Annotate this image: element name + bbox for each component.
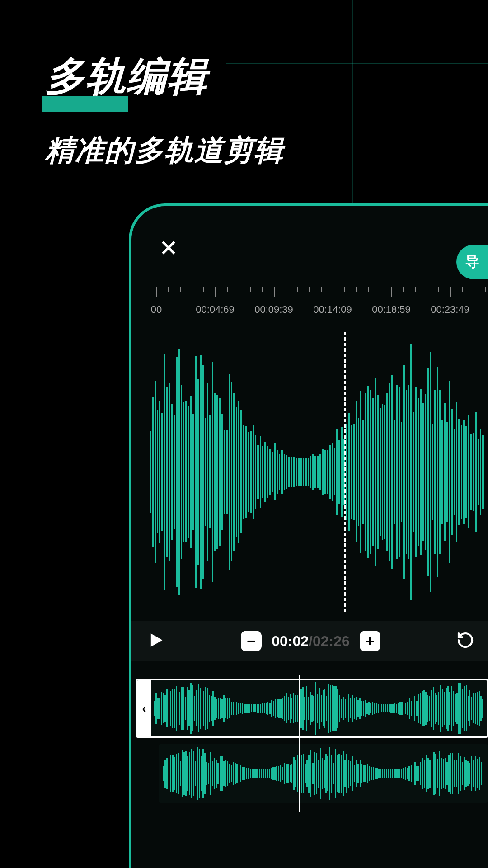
waveform-bar xyxy=(195,356,197,588)
ruler-tick-minor xyxy=(485,287,486,292)
heading-sub: 精准的多轨道剪辑 xyxy=(45,131,284,170)
waveform-bar xyxy=(284,454,285,489)
mini-waveform-bar xyxy=(267,702,269,714)
ruler-tick xyxy=(274,287,275,297)
mini-waveform-bar xyxy=(394,769,395,778)
mini-waveform-bar xyxy=(378,769,380,778)
zoom-in-button[interactable]: + xyxy=(360,631,380,651)
mini-waveform-bar xyxy=(178,753,179,794)
mini-waveform-bar xyxy=(394,703,395,713)
mini-waveform-bar xyxy=(477,759,478,788)
waveform-bar xyxy=(257,445,258,498)
mini-waveform-bar xyxy=(433,687,434,729)
audio-clip-2[interactable] xyxy=(159,744,488,803)
waveform-bar xyxy=(358,418,359,526)
mini-waveform-bar xyxy=(453,691,454,726)
ruler-tick-minor xyxy=(380,287,380,292)
track-row[interactable] xyxy=(131,744,488,803)
waveform-bar xyxy=(454,429,455,514)
reset-button[interactable] xyxy=(456,631,474,651)
mini-waveform-bar xyxy=(426,755,427,792)
waveform-bar xyxy=(286,455,287,489)
waveform-bar xyxy=(351,425,352,519)
mini-waveform-bar xyxy=(217,763,219,784)
waveform-bar xyxy=(444,403,446,542)
waveform-bar xyxy=(432,424,433,520)
mini-waveform-bar xyxy=(413,698,414,719)
zoom-out-button[interactable]: − xyxy=(241,631,262,651)
play-button[interactable] xyxy=(145,630,165,652)
timeline-ruler[interactable]: 0000:04:6900:09:3900:14:0900:18:5900:23:… xyxy=(131,287,488,327)
mini-waveform-bar xyxy=(181,687,183,730)
waveform-bar xyxy=(243,425,244,519)
mini-waveform-bar xyxy=(466,685,467,731)
mini-waveform-bar xyxy=(418,766,419,781)
ruler-label: 00:23:49 xyxy=(431,304,469,316)
mini-waveform-bar xyxy=(273,701,274,716)
mini-waveform-bar xyxy=(475,693,476,723)
mini-waveform-bar xyxy=(385,704,386,713)
mini-waveform-bar xyxy=(208,763,210,783)
mini-waveform-bar xyxy=(323,690,324,726)
waveform-bar xyxy=(458,419,460,526)
track-row[interactable]: ‹ xyxy=(131,679,488,738)
mini-waveform-bar xyxy=(352,756,353,791)
mini-waveform-bar xyxy=(227,698,229,718)
mini-waveform-bar xyxy=(276,766,277,781)
ruler-tick-minor xyxy=(250,287,251,292)
waveform-bar xyxy=(174,415,175,529)
waveform-bar xyxy=(360,391,361,553)
tracks-playhead[interactable] xyxy=(299,675,300,812)
waveform-bar xyxy=(229,374,230,569)
device-frame: 导 0000:04:6900:09:3900:14:0900:18:5900:2… xyxy=(129,203,488,868)
mini-waveform-bar xyxy=(209,695,210,722)
mini-waveform-bar xyxy=(266,703,267,714)
mini-waveform-bar xyxy=(247,704,249,713)
mini-waveform-bar xyxy=(414,696,416,722)
mini-waveform-bar xyxy=(399,702,401,715)
clip-handle-left[interactable]: ‹ xyxy=(137,680,151,736)
mini-waveform-bar xyxy=(404,702,405,715)
mini-waveform-bar xyxy=(189,752,191,795)
waveform-bar xyxy=(430,352,431,592)
mini-waveform-bar xyxy=(202,749,204,798)
mini-waveform-bar xyxy=(176,686,177,731)
main-waveform[interactable] xyxy=(145,332,488,612)
mini-waveform-bar xyxy=(267,769,268,778)
mini-waveform-bar xyxy=(240,765,242,781)
export-button[interactable]: 导 xyxy=(456,245,488,279)
waveform-bar xyxy=(305,458,306,487)
mini-waveform-bar xyxy=(220,698,221,719)
waveform-bar xyxy=(384,405,385,539)
waveform-bar xyxy=(377,395,378,549)
waveform-bar xyxy=(212,362,213,581)
mini-waveform-bar xyxy=(278,699,280,718)
mini-waveform-bar xyxy=(233,702,234,715)
mini-waveform-bar xyxy=(174,689,175,728)
mini-waveform-bar xyxy=(403,768,404,779)
waveform-bar xyxy=(274,443,275,500)
ruler-tick-minor xyxy=(344,287,345,292)
playhead[interactable] xyxy=(344,332,346,612)
ruler-tick-minor xyxy=(415,287,416,292)
mini-waveform-bar xyxy=(193,751,194,796)
mini-waveform-bar xyxy=(269,769,270,778)
mini-waveform-bar xyxy=(460,756,461,792)
mini-waveform-bar xyxy=(195,761,196,786)
mini-waveform-bar xyxy=(343,697,344,720)
audio-clip-1[interactable]: ‹ xyxy=(136,679,488,738)
mini-waveform-bar xyxy=(414,762,416,785)
mini-waveform-bar xyxy=(179,692,181,725)
mini-waveform-bar xyxy=(348,760,349,788)
mini-waveform-bar xyxy=(435,754,436,794)
mini-waveform-bar xyxy=(223,695,225,722)
mini-waveform-bar xyxy=(196,690,197,727)
mini-waveform-bar xyxy=(433,752,435,795)
mini-waveform-bar xyxy=(318,760,319,788)
close-icon[interactable] xyxy=(159,238,178,259)
mini-waveform-bar xyxy=(278,766,279,781)
mini-waveform-bar xyxy=(321,695,322,722)
mini-waveform-bar xyxy=(197,747,198,800)
mini-waveform-bar xyxy=(322,758,323,789)
ruler-tick-minor xyxy=(262,287,263,292)
